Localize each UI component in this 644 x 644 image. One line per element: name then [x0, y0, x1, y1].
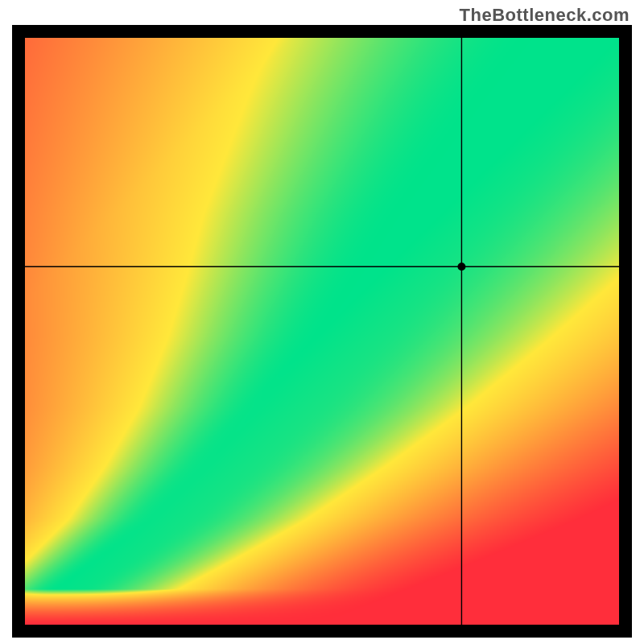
- watermark-text: TheBottleneck.com: [460, 5, 630, 26]
- bottleneck-heatmap-canvas: [12, 25, 632, 638]
- bottleneck-heatmap-frame: [12, 25, 632, 638]
